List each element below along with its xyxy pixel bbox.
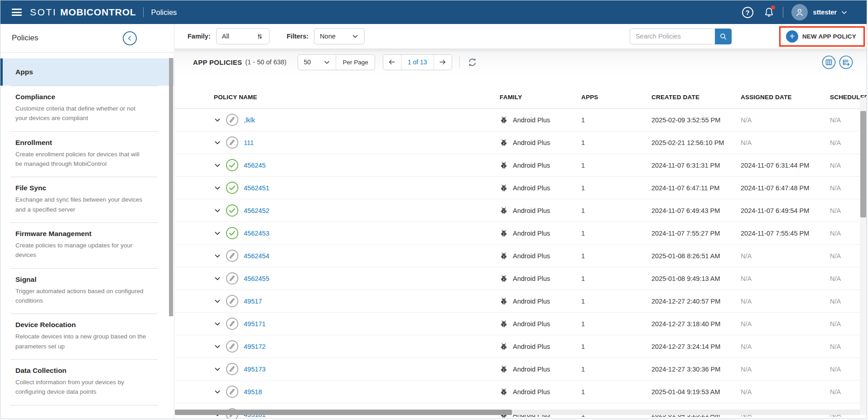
policy-name-link[interactable]: 4562453 bbox=[244, 230, 269, 237]
row-expand-button[interactable] bbox=[214, 275, 226, 282]
expand-chevron-icon bbox=[214, 162, 221, 169]
policy-name-link[interactable]: 4562451 bbox=[244, 184, 269, 192]
policy-name-link[interactable]: 4562452 bbox=[244, 207, 269, 214]
plus-icon: + bbox=[786, 30, 798, 43]
policy-name-link[interactable]: 49518 bbox=[244, 388, 262, 396]
row-expand-button[interactable] bbox=[214, 343, 226, 350]
sidebar-item-desc: Relocate devices into a new group based … bbox=[15, 332, 148, 351]
controls-divider bbox=[459, 56, 460, 68]
row-family: Android Plus bbox=[500, 161, 581, 169]
prev-page-button[interactable] bbox=[383, 55, 401, 70]
row-family: Android Plus bbox=[500, 139, 581, 147]
sidebar-item[interactable]: Compliance Customize criteria that defin… bbox=[10, 86, 158, 132]
horizontal-scrollbar-thumb[interactable] bbox=[175, 410, 512, 415]
policy-name-link[interactable]: 495173 bbox=[244, 366, 265, 373]
draft-pencil-icon bbox=[226, 317, 239, 330]
sidebar-scrollbar[interactable] bbox=[169, 58, 173, 316]
row-created-date: 2024-12-27 3:18:40 PM bbox=[651, 320, 741, 328]
per-page-group: 50 Per Page bbox=[298, 54, 375, 70]
family-value: Android Plus bbox=[513, 366, 550, 373]
table-panel: APP POLICIES (1 - 50 of 638) 50 Per Page bbox=[175, 48, 867, 419]
notifications-button[interactable] bbox=[763, 6, 775, 18]
policy-name-link[interactable]: 4562454 bbox=[244, 252, 269, 260]
export-table-button[interactable] bbox=[839, 55, 853, 69]
column-header-family[interactable]: FAMILY bbox=[500, 94, 581, 101]
row-expand-button[interactable] bbox=[214, 139, 226, 146]
android-icon bbox=[500, 388, 508, 396]
android-icon bbox=[500, 252, 508, 260]
new-app-policy-button[interactable]: + NEW APP POLICY bbox=[786, 30, 856, 43]
search-input[interactable] bbox=[630, 29, 715, 44]
draft-pencil-icon bbox=[226, 294, 239, 308]
table-title: APP POLICIES bbox=[193, 58, 242, 66]
column-header-policy-name[interactable]: POLICY NAME bbox=[214, 94, 500, 101]
row-expand-button[interactable] bbox=[214, 230, 226, 237]
sidebar-item-desc: Create enrollment policies for devices t… bbox=[15, 150, 148, 169]
policy-name-link[interactable]: 49517 bbox=[244, 298, 262, 305]
sidebar-collapse-button[interactable] bbox=[123, 31, 137, 45]
search-group bbox=[630, 29, 732, 44]
help-icon[interactable]: ? bbox=[742, 7, 753, 18]
sidebar-item-label: Data Collection bbox=[15, 367, 158, 375]
row-expand-button[interactable] bbox=[214, 252, 226, 260]
sidebar-item[interactable]: Signal Trigger automated actions based o… bbox=[10, 269, 158, 314]
row-expand-button[interactable] bbox=[214, 366, 226, 373]
sidebar-item[interactable]: Device Relocation Relocate devices into … bbox=[10, 314, 158, 360]
username[interactable]: sttester bbox=[813, 9, 837, 16]
row-expand-button[interactable] bbox=[214, 207, 226, 214]
filter-toolbar: Family: All Filters: None bbox=[175, 24, 867, 48]
column-header-apps[interactable]: APPS bbox=[581, 94, 651, 101]
sidebar-item[interactable]: Data Collection Collect information from… bbox=[10, 360, 158, 406]
row-expand-button[interactable] bbox=[214, 320, 226, 328]
avatar[interactable] bbox=[791, 4, 808, 20]
brand-mobicontrol: MOBICONTROL bbox=[60, 7, 136, 18]
family-value: Android Plus bbox=[513, 320, 550, 328]
arrow-left-icon bbox=[387, 58, 396, 67]
table-row: ,lklk bbox=[175, 109, 867, 131]
row-expand-button[interactable] bbox=[214, 116, 226, 124]
policy-name-link[interactable]: 495172 bbox=[244, 343, 265, 350]
android-icon bbox=[500, 116, 508, 124]
brand-soti: SOTI bbox=[30, 7, 57, 18]
policy-name-link[interactable]: 111 bbox=[244, 139, 254, 146]
next-page-button[interactable] bbox=[434, 55, 452, 70]
row-created-date: 2024-11-07 6:31:31 PM bbox=[651, 162, 741, 169]
policy-name-link[interactable]: 456245 bbox=[244, 162, 265, 169]
sidebar-item[interactable]: Enrollment Create enrollment policies fo… bbox=[10, 132, 158, 178]
family-value: Android Plus bbox=[513, 184, 550, 192]
sidebar-item-apps[interactable]: Apps bbox=[0, 58, 174, 86]
sidebar-item[interactable]: Firmware Management Create policies to m… bbox=[10, 223, 158, 269]
column-header-assigned-date[interactable]: ASSIGNED DATE bbox=[741, 94, 830, 101]
policy-name-link[interactable]: ,lklk bbox=[244, 116, 255, 124]
sidebar-item-desc: Create policies to manage updates for yo… bbox=[15, 241, 148, 260]
search-button[interactable] bbox=[715, 29, 732, 44]
vertical-scrollbar-thumb[interactable] bbox=[860, 111, 866, 217]
sidebar: Policies Apps Compliance Customize crite… bbox=[0, 24, 174, 419]
row-apps-count: 1 bbox=[581, 252, 651, 260]
family-value: Android Plus bbox=[513, 298, 550, 305]
row-expand-button[interactable] bbox=[214, 184, 226, 192]
row-status bbox=[226, 294, 244, 308]
row-family: Android Plus bbox=[500, 297, 581, 305]
table-row: 49517 bbox=[175, 290, 867, 313]
expand-chevron-icon bbox=[214, 139, 221, 146]
row-expand-button[interactable] bbox=[214, 298, 226, 305]
draft-pencil-icon bbox=[226, 136, 239, 149]
menu-icon[interactable] bbox=[12, 9, 22, 16]
row-expand-button[interactable] bbox=[214, 388, 226, 396]
user-menu-button[interactable] bbox=[841, 9, 848, 16]
columns-button[interactable] bbox=[822, 55, 836, 69]
policy-name-link[interactable]: 4562455 bbox=[244, 275, 269, 282]
row-expand-button[interactable] bbox=[214, 162, 226, 169]
filters-dropdown[interactable]: None bbox=[314, 28, 365, 44]
family-dropdown[interactable]: All bbox=[216, 28, 270, 44]
row-apps-count: 1 bbox=[581, 343, 651, 350]
row-status bbox=[226, 249, 244, 262]
per-page-select[interactable]: 50 bbox=[298, 55, 336, 70]
refresh-button[interactable] bbox=[467, 57, 478, 68]
column-header-created-date[interactable]: CREATED DATE bbox=[651, 94, 741, 101]
policy-name-link[interactable]: 495171 bbox=[244, 320, 265, 328]
row-created-date: 2025-01-08 8:26:51 AM bbox=[651, 252, 741, 260]
sidebar-item[interactable]: File Sync Exchange and sync files betwee… bbox=[10, 177, 158, 223]
android-icon bbox=[500, 207, 508, 215]
